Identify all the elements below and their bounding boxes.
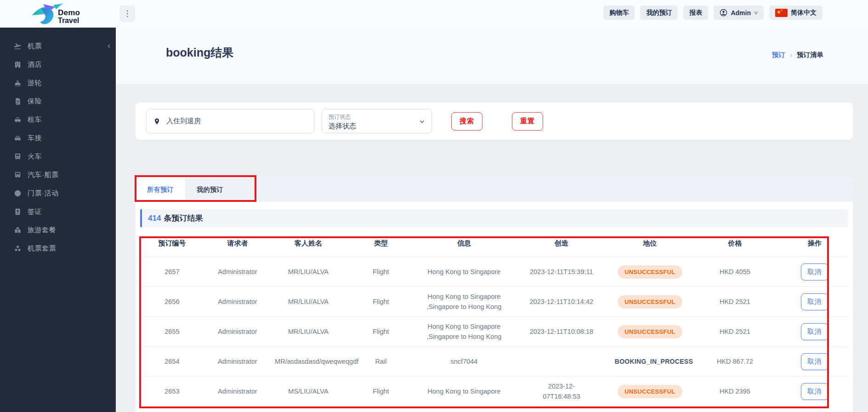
top-bar: Demo Travel ⋮ 购物车我的预订报表 Admin ∨ ★★ 简体中文 <box>0 0 868 28</box>
chevron-down-icon <box>419 118 425 126</box>
topnav-reports-button[interactable]: 报表 <box>683 6 708 20</box>
price: HKD 4055 <box>689 257 781 287</box>
tab-my-bookings[interactable]: 我的预订 <box>185 177 235 202</box>
bookings-table: 预订编号请求者客人姓名类型信息创造地位价格操作 2657Administrato… <box>140 227 848 406</box>
search-button[interactable]: 搜索 <box>451 112 482 131</box>
booking-type: Flight <box>346 317 416 347</box>
page-title: booking结果 <box>166 45 233 60</box>
sidebar-item-trains[interactable]: 火车 <box>0 147 116 166</box>
title-band: booking结果 预订 › 预订清单 <box>116 28 868 84</box>
booking-status-select[interactable]: 预订状态 选择状态 <box>322 109 432 133</box>
sidebar-item-label: 租车 <box>28 115 42 124</box>
reset-button[interactable]: 重置 <box>512 112 543 131</box>
sidebar-item-label: 车接 <box>28 134 42 143</box>
sidebar-item-label: 酒店 <box>28 60 42 69</box>
results-count-number: 414 <box>148 214 161 223</box>
sidebar-item-label: 汽车·船票 <box>28 171 59 179</box>
sidebar-item-tickets-events[interactable]: 门票·活动 <box>0 184 116 202</box>
status-cell: UNSUCCESSFUL <box>611 257 689 287</box>
brand-name-line1: Demo <box>58 9 80 17</box>
sidebar-item-flights[interactable]: 机票 <box>0 37 116 55</box>
cancel-button[interactable]: 取消 <box>801 263 828 280</box>
breadcrumb-parent[interactable]: 预订 <box>772 51 785 59</box>
column-header: 类型 <box>346 227 416 257</box>
sidebar-item-label: 游轮 <box>28 79 42 87</box>
sidebar-item-car-pickup[interactable]: 车接 <box>0 129 116 147</box>
insurance-icon <box>13 97 22 105</box>
sidebar-item-hotels[interactable]: 酒店 <box>0 55 116 74</box>
price: HKD 867.72 <box>689 347 781 377</box>
guest-name: MR/LIU/ALVA <box>271 287 346 317</box>
admin-label: Admin <box>731 9 751 17</box>
table-row: 2655AdministratorMR/LIU/ALVAFlightHong K… <box>140 317 848 347</box>
cancel-button[interactable]: 取消 <box>801 353 828 370</box>
action-cell: 取消 <box>781 347 848 377</box>
topnav-my-bookings-button[interactable]: 我的预订 <box>640 6 678 20</box>
guest-name: MR/LIU/ALVA <box>271 317 346 347</box>
china-flag-icon: ★★ <box>775 9 788 17</box>
sidebar-item-insurance[interactable]: 保险 <box>0 92 116 110</box>
sidebar-item-label: 机票 <box>28 42 42 51</box>
main-content: booking结果 预订 › 预订清单 入住到退房 预订状态 选择状态 搜索 重… <box>116 28 868 412</box>
requester: Administrator <box>204 347 271 377</box>
guest-name: MR/asdasdasd/qweqweqgdf <box>271 347 346 377</box>
status-badge: UNSUCCESSFUL <box>618 295 682 309</box>
filter-card: 入住到退房 预订状态 选择状态 搜索 重置 <box>136 103 853 140</box>
language-label: 简体中文 <box>791 9 817 17</box>
status-cell: BOOKING_IN_PROCESS <box>611 347 689 377</box>
results-count: 414 条预订结果 <box>140 209 848 227</box>
car-pickup-icon <box>13 134 22 142</box>
status-cell: UNSUCCESSFUL <box>611 287 689 317</box>
cancel-button[interactable]: 取消 <box>801 323 828 340</box>
brand-logo[interactable]: Demo Travel <box>30 1 80 27</box>
created-at: 2023-12- 07T16:48:53 <box>512 377 611 406</box>
booking-number: 2657 <box>140 257 204 287</box>
booking-info: Hong Kong to Singapore <box>416 377 512 406</box>
sidebar-item-flight-package[interactable]: 机票套票 <box>0 239 116 258</box>
chevron-down-icon: ∨ <box>753 10 758 16</box>
sidebar-item-travel-package[interactable]: 旅游套餐 <box>0 221 116 239</box>
language-switch-button[interactable]: ★★ 简体中文 <box>769 6 823 20</box>
travel-package-icon <box>13 226 22 234</box>
sidebar-item-label: 火车 <box>28 152 42 161</box>
table-row: 2656AdministratorMR/LIU/ALVAFlightHong K… <box>140 287 848 317</box>
column-header: 操作 <box>781 227 848 257</box>
sidebar-item-visa[interactable]: 签证 <box>0 202 116 221</box>
status-badge: UNSUCCESSFUL <box>618 265 682 279</box>
breadcrumb: 预订 › 预订清单 <box>772 51 823 59</box>
sidebar-item-label: 旅游套餐 <box>28 226 56 235</box>
status-select-label: 预订状态 <box>329 113 431 121</box>
tab-all-bookings[interactable]: 所有预订 <box>136 177 185 202</box>
guest-name: MS/LIU/ALVA <box>271 377 346 406</box>
action-cell: 取消 <box>781 377 848 406</box>
table-row: 2654AdministratorMR/asdasdasd/qweqweqgdf… <box>140 347 848 377</box>
topnav-cart-button[interactable]: 购物车 <box>603 6 635 20</box>
sidebar-item-cruises[interactable]: 游轮 <box>0 74 116 92</box>
chevron-right-icon: › <box>790 51 792 59</box>
column-header: 请求者 <box>204 227 271 257</box>
kebab-menu-icon[interactable]: ⋮ <box>119 6 135 22</box>
flight-icon <box>13 42 22 50</box>
created-at: 2023-12-11T10:08:18 <box>512 317 611 347</box>
chevron-left-icon[interactable]: ‹ <box>108 41 110 50</box>
action-cell: 取消 <box>781 257 848 287</box>
cancel-button[interactable]: 取消 <box>801 383 828 400</box>
column-header: 预订编号 <box>140 227 204 257</box>
admin-menu-button[interactable]: Admin ∨ <box>714 6 764 20</box>
status-cell: UNSUCCESSFUL <box>611 377 689 406</box>
price: HKD 2521 <box>689 287 781 317</box>
cancel-button[interactable]: 取消 <box>801 293 828 310</box>
hotel-icon <box>13 60 22 69</box>
booking-info: sncf7044 <box>416 347 512 377</box>
booking-number: 2656 <box>140 287 204 317</box>
requester: Administrator <box>204 257 271 287</box>
sidebar-item-bus-ferry[interactable]: 汽车·船票 <box>0 166 116 184</box>
brand-name: Demo Travel <box>58 9 80 24</box>
checkin-checkout-input[interactable]: 入住到退房 <box>146 109 314 133</box>
sidebar-item-car-rental[interactable]: 租车 <box>0 110 116 129</box>
results-count-suffix: 条预订结果 <box>164 213 203 223</box>
person-icon <box>720 9 727 17</box>
column-header: 创造 <box>512 227 611 257</box>
price: HKD 2395 <box>689 377 781 406</box>
table-row: 2657AdministratorMR/LIU/ALVAFlightHong K… <box>140 257 848 287</box>
